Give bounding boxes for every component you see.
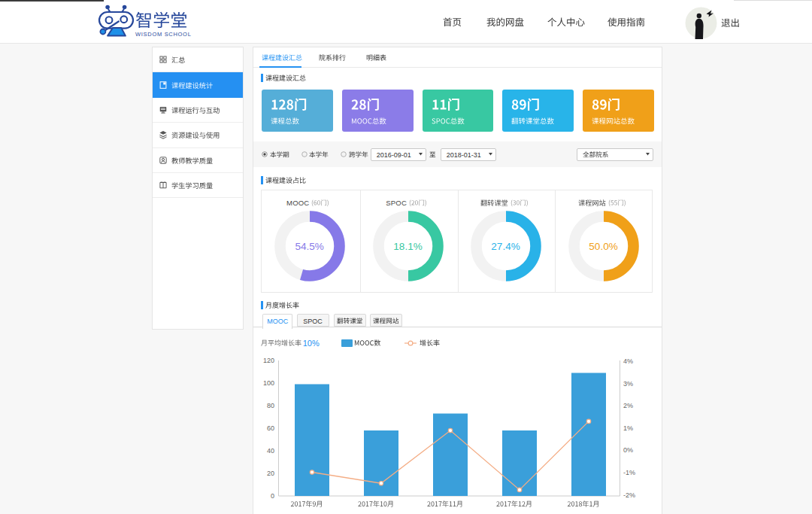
svg-text:100: 100 [263, 379, 274, 387]
svg-text:-2%: -2% [623, 491, 635, 499]
svg-text:40: 40 [267, 447, 274, 455]
svg-text:0: 0 [271, 492, 274, 500]
svg-text:0%: 0% [623, 446, 633, 454]
svg-text:-1%: -1% [623, 469, 635, 476]
svg-text:1%: 1% [623, 424, 633, 432]
svg-text:120: 120 [263, 357, 274, 364]
svg-text:20: 20 [267, 470, 274, 477]
svg-text:2%: 2% [623, 402, 633, 409]
svg-text:3%: 3% [623, 380, 633, 388]
svg-text:60: 60 [267, 424, 274, 432]
svg-text:80: 80 [267, 402, 274, 409]
svg-text:4%: 4% [623, 357, 633, 365]
